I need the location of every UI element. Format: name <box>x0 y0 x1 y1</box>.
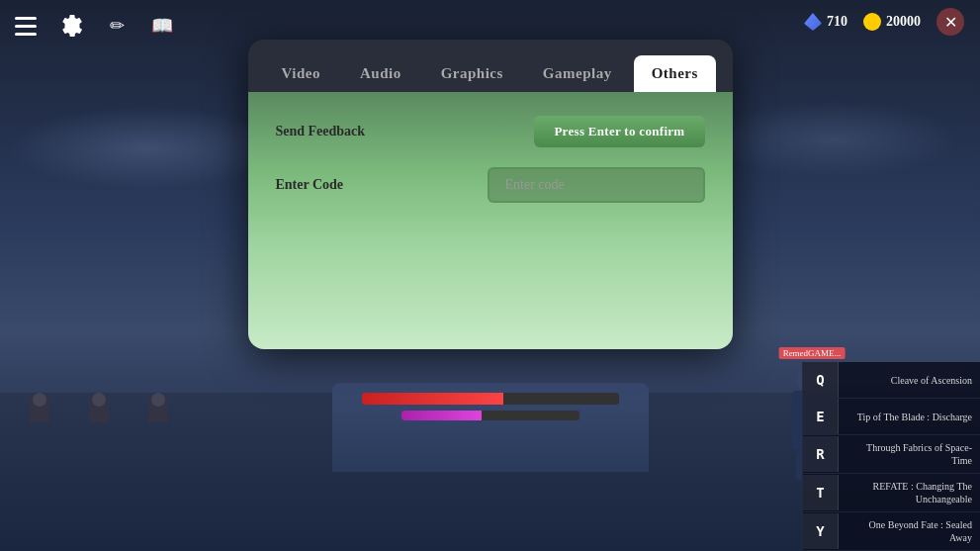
tab-video[interactable]: Video <box>264 55 338 92</box>
enter-code-row: Enter Code <box>276 167 705 203</box>
energy-bar-fill <box>401 411 482 420</box>
coin-icon <box>863 13 881 31</box>
enemy-sprite <box>148 399 168 422</box>
energy-bar <box>401 411 579 420</box>
top-icon-group: ✏ 📖 <box>8 8 180 44</box>
drop-icon <box>804 13 822 31</box>
close-button[interactable]: ✕ <box>936 8 964 36</box>
skill-row-r: R Through Fabrics of Space-Time <box>803 435 980 474</box>
enemies-group <box>30 399 168 422</box>
pencil-button[interactable]: ✏ <box>99 8 134 44</box>
skill-key-y: Y <box>803 513 839 549</box>
skill-name-t: REFATE : Changing The Unchangeable <box>839 474 980 511</box>
send-feedback-label: Send Feedback <box>276 124 366 139</box>
skill-key-t: T <box>803 475 839 510</box>
hp-bar <box>362 393 619 405</box>
tab-gameplay[interactable]: Gameplay <box>525 55 630 92</box>
skill-key-r: R <box>803 436 839 472</box>
skill-row-e: E Tip of The Blade : Discharge <box>803 399 980 435</box>
drops-value: 710 <box>827 14 847 30</box>
character-nameplate: RemedGAME... <box>779 347 846 359</box>
enemy-sprite <box>89 399 109 422</box>
modal-content-area: Send Feedback Press Enter to confirm Ent… <box>248 92 733 349</box>
hud-currency-group: 710 20000 ✕ <box>804 8 964 36</box>
coins-value: 20000 <box>886 14 921 30</box>
gear-icon <box>60 15 82 37</box>
book-button[interactable]: 📖 <box>144 8 180 44</box>
skill-row-t: T REFATE : Changing The Unchangeable <box>803 474 980 512</box>
skill-row-q: Q Cleave of Ascension <box>803 362 980 399</box>
hamburger-menu-button[interactable] <box>8 8 44 44</box>
send-feedback-button[interactable]: Press Enter to confirm <box>534 116 704 147</box>
settings-modal: Video Audio Graphics Gameplay Others Sen… <box>248 40 733 349</box>
modal-tabs: Video Audio Graphics Gameplay Others <box>248 40 733 92</box>
tab-graphics[interactable]: Graphics <box>423 55 521 92</box>
skill-name-r: Through Fabrics of Space-Time <box>839 435 980 473</box>
settings-button[interactable] <box>53 8 89 44</box>
skill-key-q: Q <box>803 362 839 398</box>
tab-others[interactable]: Others <box>634 55 716 92</box>
skill-row-y: Y One Beyond Fate : Sealed Away <box>803 512 980 551</box>
skill-bar: Q Cleave of Ascension E Tip of The Blade… <box>802 362 980 551</box>
skill-name-q: Cleave of Ascension <box>839 368 980 393</box>
enemy-sprite <box>30 399 49 422</box>
skill-name-y: One Beyond Fate : Sealed Away <box>839 512 980 550</box>
hp-bar-fill <box>362 393 503 405</box>
skill-name-e: Tip of The Blade : Discharge <box>839 405 980 429</box>
hamburger-icon <box>15 17 37 36</box>
tab-audio[interactable]: Audio <box>342 55 419 92</box>
code-input-field[interactable] <box>488 167 705 203</box>
currency-drops: 710 <box>804 13 847 31</box>
enter-code-label: Enter Code <box>276 177 344 193</box>
currency-coins: 20000 <box>863 13 921 31</box>
skill-key-e: E <box>803 399 839 434</box>
send-feedback-row: Send Feedback Press Enter to confirm <box>276 116 705 147</box>
